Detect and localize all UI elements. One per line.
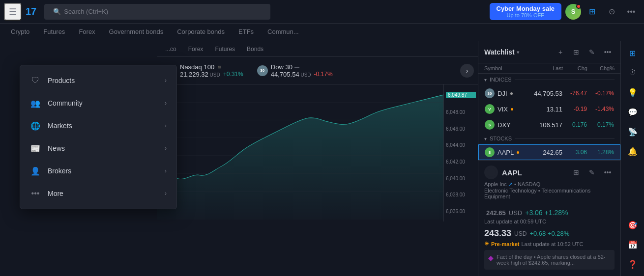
news-icon: 📰 [30,143,41,154]
aapl-badge: $ [485,147,495,157]
nav-tab-futures[interactable]: Futures [36,24,72,41]
help-sidebar-icon[interactable]: ❓ [624,255,642,273]
watchlist-row-aapl[interactable]: $ AAPL 242.65 3.06 1.28% [478,144,620,160]
stock-detail-edit-button[interactable]: ✎ [585,166,599,179]
lightbulb-sidebar-icon[interactable]: 💡 [624,83,642,101]
avatar[interactable]: S [565,4,581,20]
col-header-chg: Chg [563,65,587,71]
notification-dot [576,4,581,9]
products-chevron-icon: › [165,77,167,84]
markets-label: Markets [48,122,72,130]
aapl-logo [484,166,498,179]
dji-status-dot [510,92,513,95]
more-chevron-icon: › [165,190,167,197]
col-header-symbol: Symbol [484,65,528,71]
premarket-update-time: Last update at 10:52 UTC [521,241,583,247]
hamburger-button[interactable]: ☰ [4,3,22,21]
news-chevron-icon: › [165,145,167,152]
watchlist-title[interactable]: Watchlist ▾ [484,48,519,56]
menu-item-more[interactable]: ••• More › [20,182,176,205]
products-icon: 🛡 [30,75,41,86]
watchlist-actions: + ⊞ ✎ ••• [554,45,615,59]
ticker-dow30[interactable]: 30 Dow 30 — 44,705.54 USD -0.17% [252,61,338,80]
current-price-label: 6,049.87 [446,92,476,98]
watchlist-add-button[interactable]: + [554,45,567,59]
external-link-icon[interactable]: ↗ [508,181,513,187]
brokers-icon: 👤 [30,166,41,176]
nav-tab-forex[interactable]: Forex [72,24,102,41]
news-label: News [48,144,65,152]
section-collapse-icon[interactable]: ▾ [484,77,487,83]
subnav-tab-bonds[interactable]: Bonds [243,46,267,53]
subnav-tab-co[interactable]: ...co [161,46,180,53]
chart-container[interactable]: 6,049.87 6,048.00 6,046.00 6,044.00 6,04… [157,84,478,221]
stocks-collapse-icon[interactable]: ▾ [484,136,487,141]
target-sidebar-icon[interactable]: 🎯 [624,216,642,234]
fact-of-day-box: ◆ Fact of the day • Apple shares closed … [484,250,615,270]
watchlist-row-dxy[interactable]: $ DXY 106.517 0.176 0.17% [478,117,620,133]
brokers-label: Brokers [48,167,71,175]
clock-icon[interactable]: ⊙ [603,3,620,21]
watchlist-edit-button[interactable]: ✎ [585,45,599,59]
fact-dot-icon: ◆ [488,254,494,262]
search-icon: 🔍 [53,8,61,15]
watchlist-row-dji[interactable]: 30 DJI 44,705.53 -76.47 -0.17% [478,85,620,101]
nav-tab-crypto[interactable]: Crypto [4,24,36,41]
market-strip-area: ...co Forex Futures Bonds 100 Nasdaq 100… [157,41,478,221]
menu-item-markets[interactable]: 🌐 Markets › [20,114,176,137]
section-divider [515,80,615,80]
nav-tabs: Crypto Futures Forex Government bonds Co… [0,24,644,41]
menu-item-news[interactable]: 📰 News › [20,137,176,160]
dji-badge: 30 [485,88,495,98]
stock-price-row: 242.65 USD +3.06 +1.28% [484,203,615,219]
more-icon: ••• [30,188,41,199]
broadcast-sidebar-icon[interactable]: 📡 [624,123,642,140]
subnav-tab-forex[interactable]: Forex [184,46,207,53]
premarket-price: 243.33 [484,228,511,239]
content-area: 🛡 Products › 👥 Community › 🌐 Markets › [0,41,644,276]
calendar-sidebar-icon[interactable]: 📅 [624,236,642,253]
ellipsis-icon[interactable]: ••• [622,3,640,21]
promo-banner[interactable]: Cyber Monday sale Up to 70% OFF [490,3,562,20]
brokers-chevron-icon: › [165,167,167,174]
watchlist-row-vix[interactable]: V VIX 13.11 -0.19 -1.43% [478,101,620,117]
header-right: S ⊞ ⊙ ••• [565,2,640,22]
watchlist-layout-button[interactable]: ⊞ [569,45,583,59]
clock-sidebar-icon[interactable]: ⏱ [624,64,642,82]
watchlist-chevron-icon: ▾ [517,50,519,55]
chat-sidebar-icon[interactable]: 💬 [624,103,642,121]
nav-tab-etfs[interactable]: ETFs [232,24,261,41]
premarket-label: Pre-market [491,241,519,247]
more-label: More [48,190,63,197]
layout-sidebar-icon[interactable]: ⊞ [624,44,642,62]
promo-title: Cyber Monday sale [497,5,555,12]
nasdaq100-price: 21,229.32 USD [180,71,220,78]
markets-icon: 🌐 [30,120,41,131]
layout-icon[interactable]: ⊞ [583,3,601,21]
nav-tab-community[interactable]: Commun... [261,24,306,41]
nav-tab-govt-bonds[interactable]: Government bonds [102,24,171,41]
menu-item-products[interactable]: 🛡 Products › [20,69,176,92]
subnav-tab-futures[interactable]: Futures [211,46,239,53]
community-icon: 👥 [30,98,41,109]
ticker-nav-next[interactable]: › [460,64,474,78]
stock-detail-grid-button[interactable]: ⊞ [569,166,583,179]
stock-detail-more-button[interactable]: ••• [601,166,615,179]
search-bar[interactable]: 🔍 Search (Ctrl+K) [44,4,270,20]
stock-detail-actions: ⊞ ✎ ••• [569,166,615,179]
nav-tab-corp-bonds[interactable]: Corporate bonds [170,24,232,41]
menu-item-community[interactable]: 👥 Community › [20,92,176,114]
bell-sidebar-icon[interactable]: 🔔 [624,142,642,160]
sub-nav: ...co Forex Futures Bonds [157,41,478,57]
dow30-name: Dow 30 [271,63,293,71]
stock-detail-header: AAPL ⊞ ✎ ••• [484,166,615,179]
premarket-label-row: ☀ Pre-market Last update at 10:52 UTC [484,241,615,247]
dropdown-menu: 🛡 Products › 👥 Community › 🌐 Markets › [20,65,177,209]
stock-current-price: 242.65 [484,203,506,219]
stock-detail-panel: AAPL ⊞ ✎ ••• Apple Inc ↗ • NASDAQ Electr… [478,160,620,275]
stocks-divider [515,138,615,139]
watchlist-more-button[interactable]: ••• [601,45,615,59]
watchlist-header: Watchlist ▾ + ⊞ ✎ ••• [478,41,620,63]
section-header-stocks: ▾ STOCKS [478,133,620,144]
menu-item-brokers[interactable]: 👤 Brokers › [20,160,176,182]
